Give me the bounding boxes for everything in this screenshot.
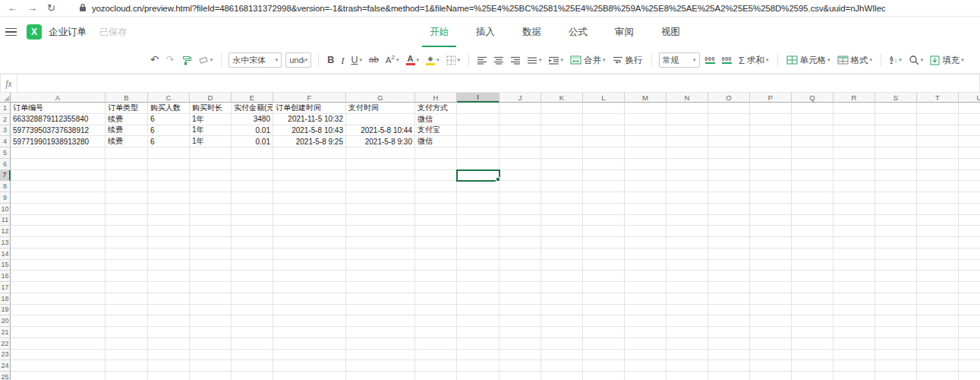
cell-B23[interactable]: [106, 350, 148, 361]
eraser-button[interactable]: ▾: [197, 51, 215, 69]
cell-Q2[interactable]: [792, 114, 833, 125]
cell-E21[interactable]: [232, 327, 273, 338]
cell-I18[interactable]: [457, 293, 499, 305]
cell-K2[interactable]: [541, 114, 583, 125]
number-format-select[interactable]: 常规▾: [659, 52, 700, 68]
cell-D17[interactable]: [190, 282, 232, 293]
cell-T16[interactable]: [917, 271, 959, 282]
cell-P14[interactable]: [750, 249, 792, 260]
cell-D13[interactable]: [190, 237, 232, 249]
cell-B7[interactable]: [106, 170, 148, 182]
cell-C23[interactable]: [148, 350, 190, 361]
column-header-E[interactable]: E: [232, 93, 273, 103]
cell-B4[interactable]: 续费: [106, 136, 148, 147]
cell-S12[interactable]: [875, 226, 917, 237]
row-header-12[interactable]: 12: [0, 226, 11, 237]
cell-G1[interactable]: 支付时间: [346, 103, 415, 114]
cell-O13[interactable]: [708, 237, 750, 249]
cell-H13[interactable]: [415, 237, 457, 249]
font-size-select[interactable]: unde▾: [285, 52, 311, 68]
cell-R22[interactable]: [833, 338, 875, 350]
cell-U19[interactable]: [959, 305, 980, 316]
cell-O19[interactable]: [708, 305, 750, 316]
cell-D19[interactable]: [190, 305, 232, 316]
cell-K12[interactable]: [541, 226, 583, 237]
cell-T10[interactable]: [917, 204, 959, 215]
cell-R11[interactable]: [833, 215, 875, 226]
cell-S8[interactable]: [875, 181, 917, 192]
cell-H4[interactable]: 微信: [415, 136, 457, 147]
bold-button[interactable]: B: [326, 51, 336, 69]
cell-H3[interactable]: 支付宝: [415, 125, 457, 137]
cell-M2[interactable]: [625, 114, 666, 125]
cell-U22[interactable]: [959, 338, 980, 350]
cell-C10[interactable]: [148, 204, 190, 215]
cell-F24[interactable]: [273, 360, 346, 372]
cell-T14[interactable]: [917, 249, 959, 260]
cell-B20[interactable]: [106, 315, 148, 327]
cell-K4[interactable]: [541, 136, 583, 147]
cell-M7[interactable]: [625, 170, 666, 182]
cell-H21[interactable]: [415, 327, 457, 338]
wrap-text-button[interactable]: 换行: [611, 51, 644, 69]
cell-O18[interactable]: [708, 293, 750, 305]
cell-F3[interactable]: 2021-5-8 10:43: [273, 125, 346, 137]
cell-H24[interactable]: [415, 360, 457, 372]
indent-button[interactable]: ▾: [547, 51, 566, 69]
cell-J16[interactable]: [499, 271, 541, 282]
tab-insert[interactable]: 插入: [468, 18, 503, 47]
cell-R3[interactable]: [833, 125, 875, 137]
cell-F7[interactable]: [273, 170, 346, 182]
cell-N8[interactable]: [666, 181, 708, 192]
row-header-6[interactable]: 6: [0, 159, 11, 170]
cell-E22[interactable]: [232, 338, 273, 350]
cell-E5[interactable]: [232, 147, 273, 159]
row-header-7[interactable]: 7: [0, 170, 11, 182]
tab-data[interactable]: 数据: [515, 18, 549, 47]
align-right-button[interactable]: [509, 51, 522, 69]
cell-I25[interactable]: [457, 372, 499, 380]
cell-N5[interactable]: [666, 147, 708, 159]
cell-U14[interactable]: [959, 249, 980, 260]
tab-review[interactable]: 审阅: [607, 18, 641, 47]
cell-A16[interactable]: [11, 271, 106, 282]
cell-C13[interactable]: [148, 237, 190, 249]
cell-S24[interactable]: [875, 360, 917, 372]
cell-P9[interactable]: [750, 192, 792, 204]
column-header-N[interactable]: N: [666, 93, 708, 103]
cell-G10[interactable]: [346, 204, 415, 215]
cell-B6[interactable]: [106, 159, 148, 170]
cell-I12[interactable]: [457, 226, 499, 237]
cell-L14[interactable]: [583, 249, 625, 260]
cell-R23[interactable]: [833, 350, 875, 361]
cell-S20[interactable]: [875, 315, 917, 327]
cell-J14[interactable]: [499, 249, 541, 260]
cell-C7[interactable]: [148, 170, 190, 182]
cell-N14[interactable]: [666, 249, 708, 260]
cell-M22[interactable]: [625, 338, 666, 350]
column-header-Q[interactable]: Q: [792, 93, 833, 103]
vertical-align-button[interactable]: ▾: [526, 51, 544, 69]
cell-P6[interactable]: [750, 159, 792, 170]
cell-P8[interactable]: [750, 181, 792, 192]
cell-E10[interactable]: [232, 204, 273, 215]
cell-R12[interactable]: [833, 226, 875, 237]
reload-icon[interactable]: ↻: [47, 3, 55, 13]
cell-G2[interactable]: [346, 114, 415, 125]
tab-view[interactable]: 视图: [654, 18, 688, 47]
cell-M20[interactable]: [625, 315, 666, 327]
cell-Q11[interactable]: [792, 215, 833, 226]
cell-R25[interactable]: [833, 372, 875, 380]
cell-G22[interactable]: [346, 338, 415, 350]
cell-R1[interactable]: [833, 103, 875, 114]
cell-G11[interactable]: [346, 215, 415, 226]
cell-P20[interactable]: [750, 315, 792, 327]
cell-A17[interactable]: [11, 282, 106, 293]
cell-F14[interactable]: [273, 249, 346, 260]
cell-A9[interactable]: [11, 192, 106, 204]
cell-D5[interactable]: [190, 147, 232, 159]
cell-E2[interactable]: 3480: [232, 114, 273, 125]
cell-G12[interactable]: [346, 226, 415, 237]
cell-C2[interactable]: 6: [148, 114, 190, 125]
cell-M24[interactable]: [625, 360, 666, 372]
